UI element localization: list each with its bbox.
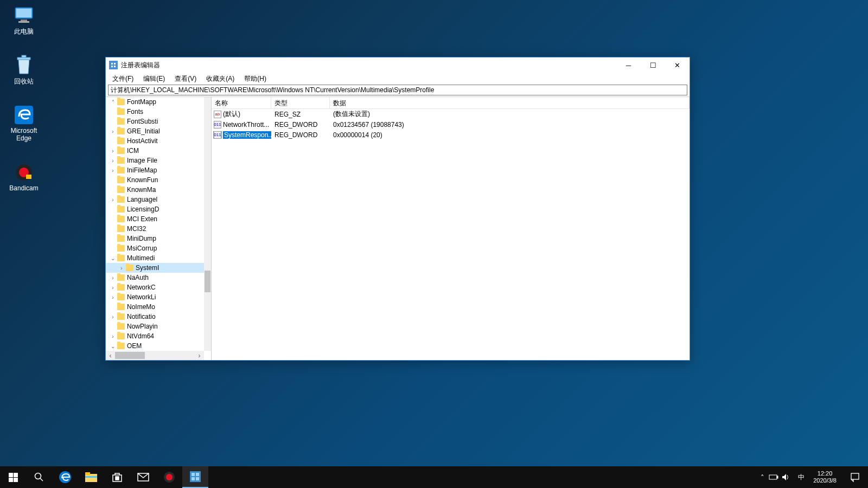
tree-item[interactable]: NoImeMo — [106, 302, 204, 312]
maximize-button[interactable]: ☐ — [641, 57, 665, 73]
minimize-button[interactable]: ─ — [616, 57, 641, 73]
svg-rect-23 — [85, 472, 90, 475]
svg-rect-15 — [9, 473, 13, 477]
dword-value-icon: 011 — [214, 121, 221, 129]
expander-closed-icon[interactable]: › — [110, 333, 116, 339]
close-button[interactable]: ✕ — [665, 57, 690, 73]
tray-clock[interactable]: 12:20 2020/3/8 — [808, 470, 842, 484]
column-name[interactable]: 名称 — [212, 97, 271, 108]
folder-icon — [117, 323, 125, 330]
tree-item[interactable]: ›NaAuth — [106, 273, 204, 282]
column-data[interactable]: 数据 — [330, 97, 690, 108]
svg-rect-5 — [22, 55, 26, 57]
tree-item-label: KnownFun — [127, 176, 158, 184]
tree-item[interactable]: MiniDump — [106, 234, 204, 243]
expander-closed-icon[interactable]: › — [110, 148, 116, 154]
expander-closed-icon[interactable]: › — [110, 314, 116, 320]
tree-item[interactable]: ›NetworkC — [106, 282, 204, 292]
expander-none[interactable]: ˄ — [110, 99, 116, 105]
value-data: (数值未设置) — [330, 110, 690, 119]
scrollbar-thumb[interactable] — [205, 271, 210, 292]
taskbar-store[interactable] — [104, 466, 130, 488]
expander-closed-icon[interactable]: › — [110, 294, 116, 300]
taskbar-explorer[interactable] — [78, 466, 104, 488]
svg-rect-16 — [14, 473, 18, 477]
tree-item[interactable]: ›NtVdm64 — [106, 331, 204, 341]
tree-item[interactable]: ⌄OEM — [106, 341, 204, 351]
tree-item[interactable]: ›GRE_Initial — [106, 126, 204, 136]
tree-item[interactable]: ›SystemI — [106, 263, 204, 273]
taskbar-edge[interactable] — [52, 466, 78, 488]
taskbar-mail[interactable] — [130, 466, 156, 488]
tree-item[interactable]: ›IniFileMap — [106, 165, 204, 175]
tree-pane[interactable]: ˄FontMappFontsFontSubsti›GRE_InitialHost… — [106, 97, 212, 360]
expander-closed-icon[interactable]: › — [110, 129, 116, 134]
start-button[interactable] — [0, 466, 26, 488]
menu-view[interactable]: 查看(V) — [170, 73, 201, 85]
tree-item[interactable]: MCI Exten — [106, 214, 204, 224]
tree-item-label: Fonts — [127, 108, 143, 115]
expander-closed-icon[interactable]: › — [110, 285, 116, 291]
svg-rect-34 — [192, 473, 195, 476]
tree-item[interactable]: LicensingD — [106, 204, 204, 214]
svg-rect-2 — [21, 20, 27, 21]
expander-closed-icon[interactable]: › — [118, 265, 125, 271]
tree-horizontal-scrollbar[interactable] — [106, 351, 204, 360]
menu-favorites[interactable]: 收藏夹(A) — [202, 73, 239, 85]
list-pane[interactable]: 名称 类型 数据 ab(默认)REG_SZ(数值未设置)011NetworkTh… — [212, 97, 690, 360]
tree-item[interactable]: ›Languagel — [106, 195, 204, 204]
tree-item[interactable]: Fonts — [106, 107, 204, 117]
registry-value-row[interactable]: ab(默认)REG_SZ(数值未设置) — [212, 109, 690, 119]
tray-battery-icon[interactable] — [769, 474, 782, 480]
svg-rect-13 — [111, 66, 113, 67]
desktop-icon-this-pc[interactable]: 此电脑 — [3, 4, 44, 36]
tree-item[interactable]: ›Notificatio — [106, 312, 204, 322]
tree-vertical-scrollbar[interactable] — [204, 97, 211, 351]
taskbar-regedit[interactable] — [182, 466, 208, 488]
expander-closed-icon[interactable]: › — [110, 275, 116, 281]
desktop-icon-edge[interactable]: Microsoft Edge — [3, 104, 44, 142]
tray-volume-icon[interactable] — [782, 473, 795, 481]
tray-chevron-up-icon[interactable]: ˄ — [756, 473, 769, 481]
tree-item-label: Image File — [127, 157, 157, 164]
expander-open-icon[interactable]: ⌄ — [110, 343, 116, 349]
column-type[interactable]: 类型 — [271, 97, 330, 108]
tree-item[interactable]: HostActivit — [106, 136, 204, 146]
address-bar[interactable]: 计算机\HKEY_LOCAL_MACHINE\SOFTWARE\Microsof… — [108, 85, 687, 95]
registry-value-row[interactable]: 011NetworkThrott...REG_DWORD0x01234567 (… — [212, 119, 690, 130]
tree-item[interactable]: KnownMa — [106, 185, 204, 195]
tree-item[interactable]: ›NetworkLi — [106, 292, 204, 302]
desktop-icon-bandicam[interactable]: Bandicam — [3, 162, 44, 192]
titlebar[interactable]: 注册表编辑器 ─ ☐ ✕ — [106, 57, 690, 73]
expander-open-icon[interactable]: ⌄ — [110, 255, 116, 261]
desktop-icon-recycle-bin[interactable]: 回收站 — [3, 54, 44, 86]
taskbar-bandicam-record[interactable] — [156, 466, 182, 488]
notification-button[interactable] — [842, 466, 868, 488]
svg-rect-22 — [85, 474, 97, 482]
tree-item[interactable]: ⌄Multimedi — [106, 253, 204, 263]
menu-edit[interactable]: 编辑(E) — [139, 73, 169, 85]
menu-file[interactable]: 文件(F) — [108, 73, 138, 85]
tree-item[interactable]: ›Image File — [106, 156, 204, 165]
tray-ime[interactable]: 中 — [795, 473, 808, 482]
scrollbar-thumb[interactable] — [115, 352, 145, 359]
taskbar: ˄ 中 12:20 2020/3/8 — [0, 466, 868, 488]
tree-item-label: GRE_Initial — [127, 127, 160, 135]
list-header: 名称 类型 数据 — [212, 97, 690, 109]
tree-item[interactable]: MCI32 — [106, 224, 204, 234]
tree-item[interactable]: NowPlayin — [106, 322, 204, 331]
expander-closed-icon[interactable]: › — [110, 197, 116, 203]
tree-item[interactable]: ˄FontMapp — [106, 97, 204, 107]
svg-rect-1 — [16, 9, 31, 17]
tree-item[interactable]: FontSubsti — [106, 117, 204, 126]
taskbar-search[interactable] — [26, 466, 52, 488]
registry-value-row[interactable]: 011SystemRespon...REG_DWORD0x00000014 (2… — [212, 130, 690, 140]
tree-item[interactable]: MsiCorrup — [106, 243, 204, 253]
expander-closed-icon[interactable]: › — [110, 168, 116, 174]
desktop-icon-label: 此电脑 — [3, 27, 44, 36]
menu-help[interactable]: 帮助(H) — [240, 73, 271, 85]
expander-closed-icon[interactable]: › — [110, 158, 116, 164]
value-name: (默认) — [223, 110, 240, 119]
tree-item[interactable]: KnownFun — [106, 175, 204, 185]
tree-item[interactable]: ›ICM — [106, 146, 204, 156]
